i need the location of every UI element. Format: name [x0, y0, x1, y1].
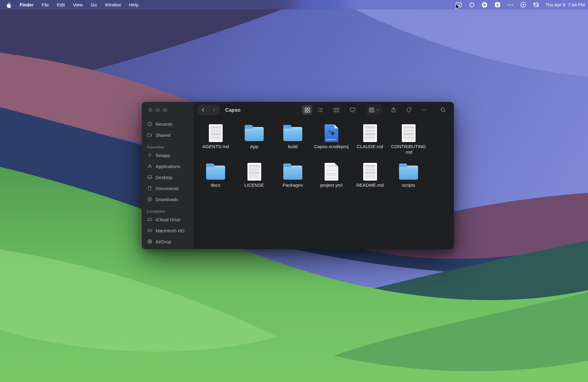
finder-main-area: Capso: [193, 102, 454, 249]
view-mode-switcher: [302, 105, 358, 115]
dogear-fold: [334, 124, 338, 128]
control-center-icon[interactable]: [533, 2, 539, 8]
finder-sidebar: Recents Shared Favorites Setapp Applicat…: [142, 102, 193, 249]
close-button[interactable]: [148, 108, 153, 112]
file-label: build: [288, 144, 298, 149]
svg-text:S: S: [496, 3, 499, 7]
file-grid: AGENTS.md App build PROJECT: [193, 118, 454, 199]
project-badge: PROJECT: [325, 139, 338, 140]
airdrop-icon: [147, 239, 153, 244]
group-by-button[interactable]: [366, 105, 382, 115]
sidebar-item-documents[interactable]: Documents: [144, 183, 191, 194]
sidebar-item-icloud-drive[interactable]: iCloud Drive: [144, 214, 191, 225]
hammer-icon: [327, 128, 336, 137]
sidebar-item-recents[interactable]: Recents: [144, 118, 191, 129]
document-icon: [363, 163, 377, 181]
gallery-view-button[interactable]: [347, 105, 358, 115]
menubar-app-name[interactable]: Finder: [20, 2, 34, 7]
file-label: README.md: [356, 182, 383, 188]
xcode-project-icon: PROJECT: [325, 124, 338, 142]
file-label: Capso.xcodeproj: [314, 144, 349, 149]
folder-app[interactable]: App: [235, 122, 273, 160]
folder-icon: [283, 166, 302, 180]
zoom-button[interactable]: [163, 108, 167, 112]
apple-menu-icon[interactable]: [5, 2, 12, 8]
icloud-icon: [147, 217, 153, 222]
menu-bar: Finder File Edit View Go Window Help: [0, 0, 588, 9]
document-dogear-icon: [325, 163, 338, 181]
nav-divider: [209, 107, 209, 113]
folder-icon: [399, 166, 418, 180]
menu-edit[interactable]: Edit: [57, 2, 65, 7]
file-label: LICENSE: [244, 182, 264, 188]
file-capso-xcodeproj[interactable]: PROJECT Capso.xcodeproj: [312, 122, 351, 160]
menu-go[interactable]: Go: [91, 2, 97, 7]
folder-docs[interactable]: docs: [196, 160, 235, 199]
document-icon: [247, 163, 261, 181]
folder-icon: [283, 127, 302, 141]
icon-view-button[interactable]: [302, 105, 312, 115]
tag-button[interactable]: [405, 105, 413, 114]
hard-drive-icon: [147, 228, 153, 233]
back-button[interactable]: [200, 107, 206, 113]
window-title: Capso: [225, 107, 240, 113]
menu-view[interactable]: View: [73, 2, 83, 7]
file-contributing-md[interactable]: CONTRIBUTING.md: [389, 122, 428, 160]
column-view-button[interactable]: [331, 105, 341, 115]
menu-file[interactable]: File: [42, 2, 49, 7]
sidebar-section-favorites: Favorites: [147, 145, 191, 149]
finder-window: Recents Shared Favorites Setapp Applicat…: [142, 102, 454, 249]
sidebar-item-applications[interactable]: Applications: [144, 161, 191, 172]
forward-button[interactable]: [211, 107, 217, 113]
file-claude-md[interactable]: CLAUDE.md: [351, 122, 389, 160]
folder-packages[interactable]: Packages: [273, 160, 312, 199]
setapp-icon: [147, 152, 153, 158]
file-label: CONTRIBUTING.md: [390, 144, 427, 155]
audio-app-icon[interactable]: [481, 2, 488, 8]
menubar-time: 7:44 PM: [568, 2, 585, 7]
play-icon[interactable]: [520, 2, 526, 8]
power-icon[interactable]: [468, 2, 475, 8]
document-icon: [209, 124, 223, 142]
menu-help[interactable]: Help: [129, 2, 139, 7]
file-project-yml[interactable]: project.yml: [312, 160, 351, 199]
sidebar-item-macintosh-hd[interactable]: Macintosh HD: [144, 225, 191, 236]
menu-window[interactable]: Window: [105, 2, 121, 7]
clock-icon: [147, 121, 153, 127]
desktop: { "menu_bar": { "app_name": "Finder", "m…: [0, 0, 588, 382]
more-actions-button[interactable]: [420, 105, 428, 114]
desktop-icon: [147, 174, 153, 180]
file-label: CLAUDE.md: [357, 144, 383, 149]
share-button[interactable]: [390, 105, 398, 114]
file-license[interactable]: LICENSE: [235, 160, 273, 199]
shared-folder-icon: [147, 132, 153, 138]
sidebar-item-downloads[interactable]: Downloads: [144, 194, 191, 205]
file-label: AGENTS.md: [202, 144, 229, 149]
sidebar-item-airdrop[interactable]: AirDrop: [144, 236, 191, 247]
menubar-clock[interactable]: Thu Apr 9 7:44 PM: [545, 2, 585, 7]
search-button[interactable]: [439, 105, 447, 114]
file-label: scripts: [402, 182, 415, 188]
folder-icon: [206, 166, 225, 180]
sidebar-item-setapp[interactable]: Setapp: [144, 150, 191, 161]
sidebar-item-desktop[interactable]: Desktop: [144, 172, 191, 183]
file-label: docs: [211, 182, 221, 188]
applications-icon: [147, 163, 153, 169]
file-label: App: [250, 144, 258, 149]
minimize-button[interactable]: [156, 108, 160, 112]
folder-scripts[interactable]: scripts: [389, 160, 428, 199]
s-app-icon[interactable]: S: [494, 2, 501, 8]
folder-build[interactable]: build: [273, 122, 312, 160]
file-agents-md[interactable]: AGENTS.md: [196, 122, 235, 160]
file-label: project.yml: [320, 182, 343, 188]
finder-toolbar: Capso: [193, 102, 454, 118]
sidebar-item-shared[interactable]: Shared: [144, 129, 191, 140]
documents-icon: [147, 185, 153, 191]
toolbar-divider: [344, 107, 345, 113]
folder-icon: [245, 127, 264, 141]
more-status-icon[interactable]: [507, 2, 514, 8]
chevron-down-icon: [376, 108, 379, 112]
downloads-icon: [147, 197, 153, 202]
list-view-button[interactable]: [315, 105, 325, 115]
file-readme-md[interactable]: README.md: [351, 160, 389, 199]
